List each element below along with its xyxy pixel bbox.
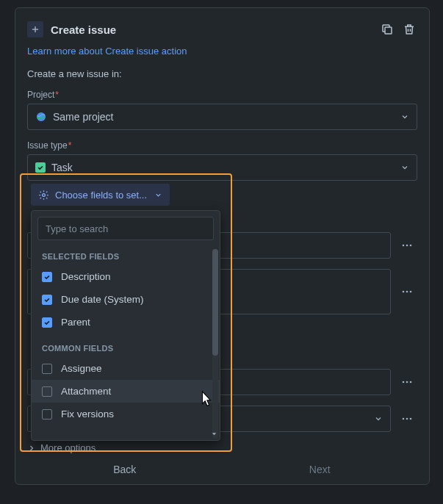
common-fields-heading: COMMON FIELDS <box>32 339 220 357</box>
scrollbar-thumb[interactable] <box>212 249 218 356</box>
svg-point-16 <box>43 193 46 196</box>
task-icon <box>35 162 46 173</box>
svg-point-13 <box>403 418 405 420</box>
panel-header: Create issue <box>27 21 417 37</box>
choose-fields-button[interactable]: Choose fields to set... <box>31 184 170 206</box>
svg-point-11 <box>406 381 408 384</box>
svg-point-14 <box>406 418 408 420</box>
svg-point-9 <box>410 291 412 293</box>
svg-point-4 <box>403 245 405 247</box>
search-input[interactable] <box>46 223 206 234</box>
chevron-down-icon <box>154 191 162 199</box>
footer-nav: Back Next <box>27 464 417 475</box>
header-left: Create issue <box>27 21 116 37</box>
selected-fields-heading: SELECTED FIELDS <box>32 248 220 265</box>
project-label: Project* <box>27 90 417 100</box>
back-button[interactable]: Back <box>27 464 223 475</box>
scrollbar-track[interactable] <box>212 249 218 439</box>
svg-point-3 <box>37 112 46 121</box>
chevron-down-icon <box>400 163 409 172</box>
chevron-right-icon <box>27 444 36 453</box>
svg-point-6 <box>410 245 412 247</box>
svg-point-5 <box>406 245 408 247</box>
project-value: Same project <box>53 111 113 123</box>
svg-point-15 <box>410 418 412 420</box>
header-actions <box>379 21 417 37</box>
more-icon[interactable] <box>397 408 417 429</box>
issue-type-select[interactable]: Task <box>27 154 417 181</box>
svg-point-7 <box>403 291 405 293</box>
field-option-fix-versions[interactable]: Fix versions <box>32 403 220 425</box>
checkbox-icon[interactable] <box>42 272 52 282</box>
globe-icon <box>35 111 47 123</box>
duplicate-icon[interactable] <box>379 21 395 37</box>
issue-type-label: Issue type* <box>27 140 417 151</box>
svg-point-12 <box>410 381 412 384</box>
panel-title: Create issue <box>51 24 116 36</box>
chevron-down-icon[interactable] <box>210 430 218 438</box>
checkbox-icon[interactable] <box>42 317 52 328</box>
issue-type-value: Task <box>51 162 73 173</box>
chevron-down-icon <box>374 414 383 423</box>
plus-icon <box>27 21 43 37</box>
trash-icon[interactable] <box>401 21 417 37</box>
more-icon[interactable] <box>397 372 417 392</box>
checkbox-icon[interactable] <box>42 364 52 374</box>
dropdown-scroll[interactable]: SELECTED FIELDS Description Due date (Sy… <box>32 248 220 440</box>
field-option-parent[interactable]: Parent <box>32 311 220 334</box>
svg-point-8 <box>406 291 408 293</box>
more-options-toggle[interactable]: More options <box>27 442 417 453</box>
more-icon[interactable] <box>397 281 417 302</box>
field-option-assignee[interactable]: Assignee <box>32 357 220 380</box>
field-option-description[interactable]: Description <box>32 265 220 288</box>
next-button: Next <box>223 464 418 475</box>
fields-dropdown: SELECTED FIELDS Description Due date (Sy… <box>31 210 220 441</box>
field-option-due-date[interactable]: Due date (System) <box>32 288 220 311</box>
learn-more-link[interactable]: Learn more about Create issue action <box>27 46 187 57</box>
checkbox-icon[interactable] <box>42 295 52 305</box>
checkbox-icon[interactable] <box>42 409 52 420</box>
project-select[interactable]: Same project <box>27 104 417 130</box>
checkbox-icon[interactable] <box>42 386 52 397</box>
svg-marker-17 <box>212 433 217 435</box>
svg-point-10 <box>403 381 405 384</box>
svg-rect-2 <box>385 27 392 34</box>
intro-text: Create a new issue in: <box>27 68 417 79</box>
gear-icon <box>38 190 49 201</box>
field-option-attachment[interactable]: Attachment <box>32 380 220 403</box>
more-icon[interactable] <box>397 235 417 256</box>
search-input-wrap[interactable] <box>37 217 214 240</box>
chevron-down-icon <box>400 112 409 121</box>
